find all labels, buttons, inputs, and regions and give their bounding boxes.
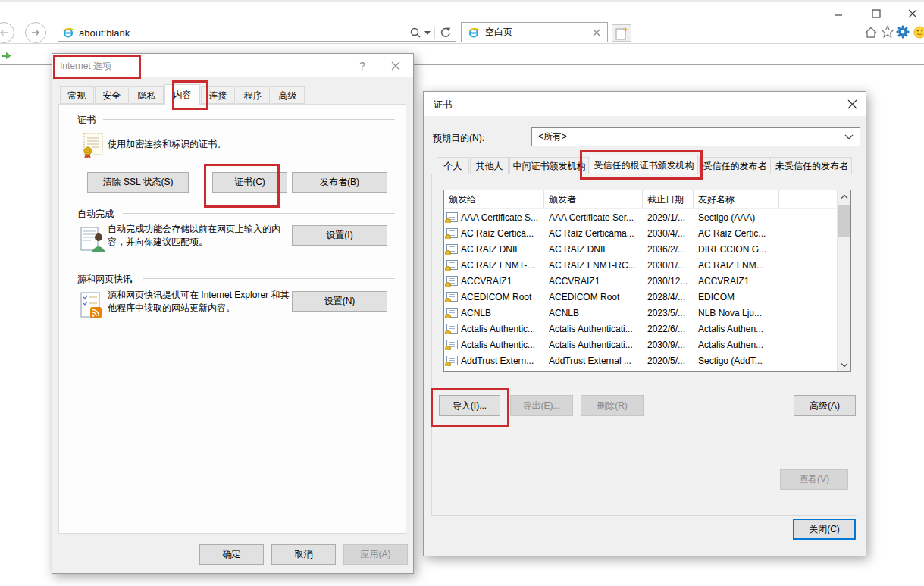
tab-general[interactable]: 常规 <box>60 86 94 104</box>
table-row[interactable]: ACCVRAIZ1 ACCVRAIZ1 2030/12... ACCVRAIZ1 <box>444 273 850 289</box>
column-expiry[interactable]: 截止日期 <box>643 190 694 208</box>
address-bar[interactable]: about:blank <box>58 24 456 42</box>
close-window-button[interactable] <box>905 8 920 20</box>
view-button[interactable]: 查看(V) <box>780 469 848 490</box>
tab-personal[interactable]: 个人 <box>437 157 469 174</box>
table-row[interactable]: AAA Certificate S... AAA Certificate Ser… <box>444 209 850 225</box>
divider <box>434 27 435 39</box>
table-row[interactable]: AC Raíz Certicá... AC Raíz Certicáma... … <box>444 225 850 241</box>
tab-programs[interactable]: 程序 <box>236 86 270 104</box>
back-button[interactable] <box>0 22 14 43</box>
scroll-up-button[interactable] <box>838 190 850 203</box>
clear-ssl-state-button[interactable]: 清除 SSL 状态(S) <box>87 172 189 193</box>
export-button[interactable]: 导出(E)... <box>510 395 573 416</box>
cell-issued-by: AAA Certificate Ser... <box>544 212 643 223</box>
cell-issued-to: AddTrust Extern... <box>461 356 534 366</box>
cell-issued-by: AddTrust External ... <box>544 356 643 366</box>
cell-issued-by: Actalis Authenticati... <box>544 340 643 350</box>
tab-untrusted-publishers[interactable]: 未受信任的发布者 <box>772 157 852 174</box>
cancel-button[interactable]: 取消 <box>271 544 336 565</box>
maximize-icon <box>872 9 881 18</box>
tools-button[interactable] <box>895 24 910 39</box>
new-tab-icon <box>615 26 629 40</box>
tab-trusted-publishers[interactable]: 受信任的发布者 <box>699 157 771 174</box>
cell-friendly: Sectigo (AddT... <box>694 356 779 366</box>
io-dialog-titlebar[interactable]: Internet 选项 ? <box>52 54 413 77</box>
scrollbar-thumb[interactable] <box>838 205 850 237</box>
table-row[interactable]: AddTrust Extern... AddTrust External ...… <box>444 353 850 368</box>
table-row[interactable]: Actalis Authentic... Actalis Authenticat… <box>444 321 850 337</box>
intended-purpose-dropdown[interactable]: <所有> <box>531 127 860 146</box>
certificate-icon <box>446 228 458 238</box>
cell-friendly: Actalis Authen... <box>694 324 779 334</box>
table-row[interactable]: AC RAIZ DNIE AC RAIZ DNIE 2036/2/... DIR… <box>444 241 850 257</box>
tab-content[interactable]: 内容 <box>164 84 200 105</box>
feedback-button[interactable] <box>912 24 924 39</box>
certificate-icon <box>446 356 458 365</box>
tab-security[interactable]: 安全 <box>95 86 129 104</box>
column-issued-to[interactable]: 颁发给 <box>444 190 544 208</box>
cell-issued-to: Actalis Authentic... <box>461 340 535 350</box>
remove-button[interactable]: 删除(R) <box>581 395 644 416</box>
table-row[interactable]: AC RAIZ FNMT-... AC RAIZ FNMT-RC... 2030… <box>444 257 850 273</box>
tab-intermediate-ca[interactable]: 中间证书颁发机构 <box>509 157 589 174</box>
autocomplete-settings-button[interactable]: 设置(I) <box>292 225 387 246</box>
ok-button[interactable]: 确定 <box>199 544 264 565</box>
close-icon <box>391 61 400 71</box>
home-button[interactable] <box>863 24 879 39</box>
browser-navbar: about:blank 空白页 <box>0 21 924 44</box>
cell-issued-to: AAA Certificate S... <box>461 212 538 223</box>
tab-blank-page[interactable]: 空白页 <box>461 22 608 42</box>
tab-privacy[interactable]: 隐私 <box>130 86 164 104</box>
cell-issued-by: AC RAIZ FNMT-RC... <box>544 260 643 271</box>
intended-purpose-value: <所有> <box>538 130 844 143</box>
cell-expiry: 2030/4/... <box>643 228 694 239</box>
import-button[interactable]: 导入(I)... <box>439 395 500 416</box>
cell-friendly: AC RAIZ FNM... <box>694 260 779 271</box>
tab-advanced[interactable]: 高级 <box>271 86 305 104</box>
feeds-settings-button[interactable]: 设置(N) <box>292 291 387 312</box>
tab-other-people[interactable]: 其他人 <box>470 157 509 174</box>
table-row[interactable]: Actalis Authentic... Actalis Authenticat… <box>444 337 850 353</box>
tab-trusted-root-ca[interactable]: 受信任的根证书颁发机构 <box>590 155 698 174</box>
column-friendly-name[interactable]: 友好名称 <box>694 190 779 208</box>
search-icon[interactable] <box>409 27 421 39</box>
cell-issued-by: AC RAIZ DNIE <box>544 244 643 255</box>
apply-button[interactable]: 应用(A) <box>343 544 408 565</box>
column-issued-by[interactable]: 颁发者 <box>544 190 643 208</box>
content-tab-page: 证书 使用加密连接和标识的证书。 清除 SSL 状态(S) 证书(C) 发布者(… <box>58 104 406 534</box>
vertical-scrollbar[interactable] <box>837 190 850 371</box>
io-close-button[interactable] <box>386 58 406 74</box>
forward-button[interactable] <box>25 22 46 43</box>
new-tab-button[interactable] <box>612 24 631 42</box>
tab-connections[interactable]: 连接 <box>201 86 235 104</box>
certificate-list[interactable]: 颁发给 颁发者 截止日期 友好名称 AAA Certificate S... A… <box>443 190 851 372</box>
trusted-root-tab-page: 颁发给 颁发者 截止日期 友好名称 AAA Certificate S... A… <box>431 174 857 516</box>
tools-gear-icon <box>896 25 910 39</box>
certificate-icon <box>446 308 458 318</box>
io-help-button[interactable]: ? <box>354 58 371 74</box>
favorites-button[interactable] <box>880 24 895 39</box>
certificates-button[interactable]: 证书(C) <box>212 172 287 193</box>
tab-title: 空白页 <box>485 26 593 39</box>
refresh-icon[interactable] <box>439 27 451 39</box>
minimize-button[interactable] <box>831 8 846 20</box>
forward-icon <box>30 27 42 39</box>
advanced-button[interactable]: 高级(A) <box>794 395 856 416</box>
url-text[interactable]: about:blank <box>79 27 409 39</box>
cert-dialog-titlebar[interactable]: 证书 <box>424 92 866 116</box>
maximize-button[interactable] <box>869 8 884 20</box>
cert-close-button[interactable] <box>842 96 862 112</box>
scroll-down-button[interactable] <box>838 359 850 371</box>
close-button[interactable]: 关闭(C) <box>793 519 856 540</box>
table-row[interactable]: ACNLB ACNLB 2023/5/... NLB Nova Lju... <box>444 305 850 321</box>
cell-friendly: Sectigo (AAA) <box>694 212 779 223</box>
certificate-icon <box>446 292 458 302</box>
certificates-group-label: 证书 <box>77 114 96 127</box>
publishers-button[interactable]: 发布者(B) <box>292 172 387 193</box>
tab-close-icon[interactable] <box>593 29 600 36</box>
table-row[interactable]: ACEDICOM Root ACEDICOM Root 2028/4/... E… <box>444 289 850 305</box>
home-icon <box>864 26 878 39</box>
intended-purpose-label: 预期目的(N): <box>433 132 484 145</box>
dropdown-caret-icon[interactable] <box>424 31 431 35</box>
